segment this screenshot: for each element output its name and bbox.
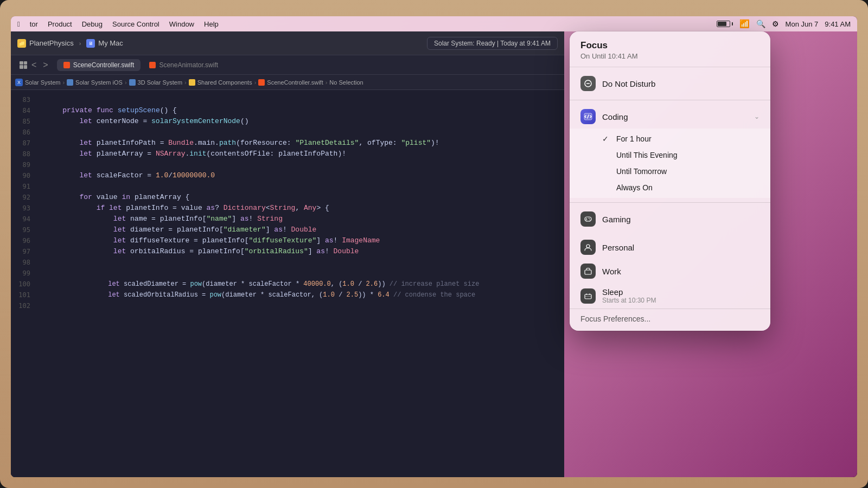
search-icon[interactable]: 🔍	[756, 20, 765, 28]
submenu-until-evening[interactable]: ✓ Until This Evening	[570, 147, 770, 163]
code-line-86	[46, 127, 556, 138]
code-line-94: let name = planetInfo["name"] as! String	[46, 214, 556, 224]
focus-item-work[interactable]: Work	[570, 259, 770, 283]
target-label: 🖥 My Mac	[86, 39, 123, 48]
tab-label-2: SceneAnimator.swift	[159, 61, 218, 69]
breadcrumb-bar: X Solar System › Solar System iOS › 3D S…	[11, 75, 564, 90]
code-line-96: let diffuseTexture = planetInfo["diffuse…	[46, 235, 556, 246]
folder-icon-1	[67, 79, 73, 86]
submenu-always-on[interactable]: ✓ Always On	[570, 179, 770, 196]
focus-item-sleep[interactable]: Sleep Starts at 10:30 PM	[570, 283, 770, 309]
breadcrumb-solar-ios[interactable]: Solar System iOS	[75, 79, 123, 86]
work-icon	[580, 264, 596, 279]
svg-rect-8	[589, 293, 590, 294]
nav-forward-button[interactable]: >	[41, 59, 50, 71]
submenu-for-1-hour[interactable]: ✓ For 1 hour	[570, 131, 770, 147]
code-line-88: let planetArray = NSArray.init(contentsO…	[46, 149, 556, 159]
view-grid-icon[interactable]	[20, 61, 27, 69]
project-name: PlanetPhysics	[29, 39, 74, 47]
menu-item-window[interactable]: Window	[169, 20, 194, 28]
nav-back-button[interactable]: <	[29, 59, 39, 71]
folder-icon-2	[129, 79, 136, 86]
breadcrumb-selection[interactable]: No Selection	[329, 79, 363, 86]
battery-fill	[718, 22, 727, 26]
battery-icon	[717, 21, 733, 27]
code-area: 83 84 85 86 87 88 89 90 91 92 93 94 95 9…	[11, 90, 564, 477]
swift-file-icon-2	[149, 62, 156, 68]
code-line-100: let scaledDiameter = pow(diameter * scal…	[46, 279, 556, 290]
preferences-label: Focus Preferences...	[580, 314, 650, 323]
sleep-sublabel: Starts at 10:30 PM	[602, 297, 760, 304]
focus-section-dnd: Do Not Disturb	[570, 67, 770, 100]
focus-preferences[interactable]: Focus Preferences...	[570, 309, 770, 331]
project-icon: 📁	[17, 39, 26, 48]
focus-item-personal[interactable]: Personal	[570, 235, 770, 259]
focus-item-dnd[interactable]: Do Not Disturb	[570, 72, 770, 95]
personal-icon	[580, 240, 596, 255]
editor-toolbar: 📁 PlanetPhysics › 🖥 My Mac Solar System:…	[11, 31, 564, 55]
focus-section-gaming: Gaming	[570, 203, 770, 235]
menu-bar-right: 📶 🔍 ⚙ Mon Jun 7 9:41 AM	[717, 19, 851, 29]
mac-bezel:  tor Product Debug Source Control Windo…	[0, 0, 868, 488]
menu-bar-date: Mon Jun 7	[786, 20, 819, 28]
coding-chevron-icon: ⌄	[754, 113, 760, 120]
focus-section-coding: Coding ⌄ ✓ For 1 hour ✓ Until This Eveni…	[570, 100, 770, 202]
file-icon	[258, 79, 265, 86]
submenu-label-3: Until Tomorrow	[616, 167, 667, 176]
menu-bar:  tor Product Debug Source Control Windo…	[11, 16, 857, 31]
submenu-label-1: For 1 hour	[616, 134, 652, 143]
work-label: Work	[602, 267, 760, 276]
menu-bar-left:  tor Product Debug Source Control Windo…	[17, 20, 717, 28]
menu-item-help[interactable]: Help	[204, 20, 219, 28]
breadcrumb-file[interactable]: SceneController.swift	[267, 79, 323, 86]
code-line-101: let scaledOrbitalRadius = pow(diameter *…	[46, 290, 556, 300]
menu-item-product[interactable]: Product	[48, 20, 72, 28]
focus-panel: Focus On Until 10:41 AM Do Not Disturb	[570, 31, 770, 331]
coding-icon	[580, 109, 596, 124]
code-line-89	[46, 159, 556, 170]
menu-item-apple[interactable]: 	[17, 20, 20, 28]
code-line-93: if let planetInfo = value as? Dictionary…	[46, 203, 556, 214]
code-line-91	[46, 181, 556, 192]
focus-item-coding[interactable]: Coding ⌄	[570, 105, 770, 129]
breadcrumb-3d[interactable]: 3D Solar System	[138, 79, 183, 86]
submenu-label-4: Always On	[616, 183, 653, 192]
focus-item-gaming[interactable]: Gaming	[570, 207, 770, 231]
view-controls: < >	[15, 59, 55, 71]
coding-label: Coding	[602, 112, 748, 121]
check-icon: ✓	[602, 134, 611, 143]
code-line-87: let planetInfoPath = Bundle.main.path(fo…	[46, 138, 556, 149]
code-line-92: for value in planetArray {	[46, 192, 556, 203]
code-line-85: let centerNode = solarSystemCenterNode()	[46, 116, 556, 127]
project-label: 📁 PlanetPhysics	[17, 39, 74, 48]
tab-scene-controller[interactable]: SceneController.swift	[57, 59, 141, 71]
dnd-icon	[580, 76, 596, 91]
status-bar: Solar System: Ready | Today at 9:41 AM	[427, 37, 558, 50]
tab-scene-animator[interactable]: SceneAnimator.swift	[143, 59, 225, 71]
breadcrumb-solar-system[interactable]: Solar System	[25, 79, 60, 86]
gaming-icon	[580, 211, 596, 227]
code-line-83	[46, 94, 556, 105]
menu-item-source-control[interactable]: Source Control	[112, 20, 159, 28]
menu-item-tor[interactable]: tor	[30, 20, 38, 28]
menu-item-debug[interactable]: Debug	[82, 20, 103, 28]
mac-icon: 🖥	[86, 39, 95, 48]
control-center-icon[interactable]: ⚙	[772, 20, 779, 28]
xcode-icon: X	[15, 79, 23, 86]
focus-subtitle: On Until 10:41 AM	[580, 52, 760, 60]
svg-rect-5	[585, 270, 591, 274]
target-name: My Mac	[98, 39, 123, 47]
tab-bar: < > SceneController.swift SceneAnimator.…	[11, 55, 564, 75]
svg-point-4	[586, 245, 590, 248]
code-editor: 📁 PlanetPhysics › 🖥 My Mac Solar System:…	[11, 31, 564, 477]
code-line-99	[46, 268, 556, 279]
code-line-98	[46, 257, 556, 268]
svg-point-3	[589, 218, 590, 219]
code-line-97: let orbitalRadius = planetInfo["orbitalR…	[46, 246, 556, 257]
code-content: private func setupScene() { let centerNo…	[37, 90, 564, 477]
submenu-until-tomorrow[interactable]: ✓ Until Tomorrow	[570, 163, 770, 179]
code-line-95: let diameter = planetInfo["diameter"] as…	[46, 224, 556, 235]
sleep-icon	[580, 288, 596, 304]
breadcrumb-shared[interactable]: Shared Components	[197, 79, 252, 86]
line-numbers: 83 84 85 86 87 88 89 90 91 92 93 94 95 9…	[11, 90, 37, 477]
